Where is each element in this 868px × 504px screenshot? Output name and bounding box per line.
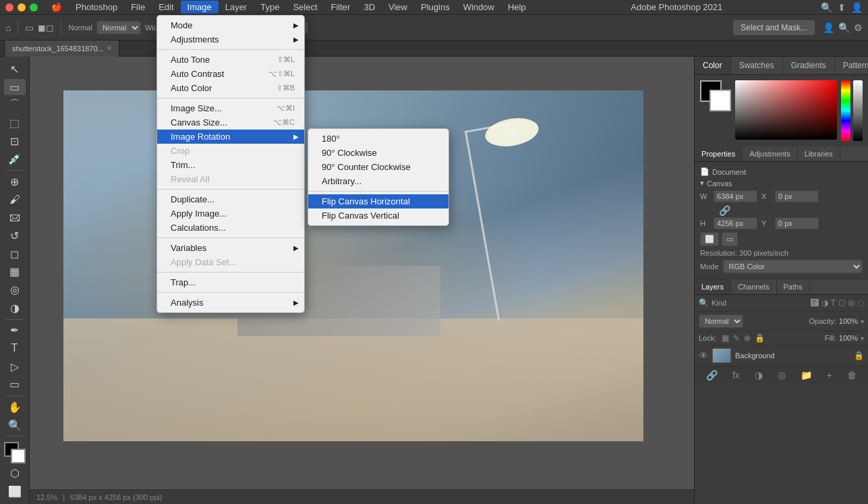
add-group-icon[interactable]: 📁 [801, 370, 812, 381]
canvas-label[interactable]: ▾ Canvas [700, 179, 863, 188]
home-icon[interactable]: ⌂ [5, 22, 11, 33]
background-color[interactable] [11, 449, 26, 464]
menu-calculations[interactable]: Calculations... [157, 221, 304, 235]
menu-image-size[interactable]: Image Size... ⌥⌘I [157, 101, 304, 115]
menu-analysis[interactable]: Analysis [157, 296, 304, 310]
dodge-tool[interactable]: ◑ [4, 300, 26, 316]
eraser-tool[interactable]: ◻ [4, 246, 26, 262]
heal-tool[interactable]: ⊕ [4, 173, 26, 190]
fill-arrow[interactable]: ▾ [861, 335, 864, 342]
lock-pos-icon[interactable]: ✎ [733, 333, 740, 343]
add-adjustment-icon[interactable]: ◎ [778, 370, 786, 381]
rotate-90cw[interactable]: 90° Clockwise [308, 146, 449, 160]
document-tab[interactable]: shutterstock_1654831870... ✕ [5, 40, 119, 57]
menu-view[interactable]: View [382, 1, 414, 13]
canvas-landscape-btn[interactable]: ▭ [722, 232, 738, 246]
menu-crop[interactable]: Crop [157, 144, 304, 158]
menu-auto-tone[interactable]: Auto Tone ⇧⌘L [157, 57, 304, 67]
object-select-tool[interactable]: ⬚ [4, 115, 26, 132]
fx-icon[interactable]: fx [732, 370, 740, 381]
color-spectrum[interactable] [735, 80, 837, 140]
menu-duplicate[interactable]: Duplicate... [157, 192, 304, 206]
tab-libraries[interactable]: Libraries [798, 146, 840, 161]
crop-tool[interactable]: ⊡ [4, 133, 26, 150]
hand-tool[interactable]: ✋ [4, 399, 26, 416]
hue-slider[interactable] [841, 80, 850, 141]
lasso-tool[interactable]: ⌒ [4, 96, 26, 113]
filter-toggle[interactable]: ◌ [857, 298, 864, 308]
menu-canvas-size[interactable]: Canvas Size... ⌥⌘C [157, 115, 304, 130]
menu-image[interactable]: Image [181, 1, 219, 13]
fullscreen-button[interactable] [30, 3, 38, 11]
menu-apply-image[interactable]: Apply Image... [157, 206, 304, 221]
menu-photoshop[interactable]: Photoshop [69, 1, 124, 13]
delete-layer-icon[interactable]: 🗑 [847, 370, 857, 381]
menu-auto-contrast[interactable]: Auto Contrast ⌥⇧⌘L [157, 67, 304, 81]
filter-shape-icon[interactable]: ⬡ [838, 298, 845, 308]
tab-paths[interactable]: Paths [777, 279, 810, 294]
minimize-button[interactable] [18, 3, 26, 11]
shape-tool[interactable]: ▭ [4, 376, 26, 393]
eyedropper-tool[interactable]: 💉 [4, 150, 26, 167]
menu-trim[interactable]: Trim... [157, 158, 304, 172]
screen-mode-tool[interactable]: ⬜ [4, 483, 26, 500]
settings-icon[interactable]: ⚙ [854, 22, 863, 33]
add-layer-icon[interactable]: + [827, 370, 832, 381]
flip-vertical[interactable]: Flip Canvas Vertical [308, 208, 449, 223]
user-icon-right[interactable]: 👤 [823, 22, 834, 33]
tab-swatches[interactable]: Swatches [731, 57, 783, 74]
filter-smart-icon[interactable]: ◎ [848, 298, 855, 308]
selection-icon[interactable]: ▭ [25, 22, 34, 33]
tab-close-icon[interactable]: ✕ [107, 45, 112, 52]
rotate-90ccw[interactable]: 90° Counter Clockwise [308, 160, 449, 174]
filter-type-icon[interactable]: T [831, 298, 836, 308]
filter-adj-icon[interactable]: ◑ [821, 298, 828, 308]
menu-filter[interactable]: Filter [324, 1, 357, 13]
selection-tool[interactable]: ▭ [4, 79, 26, 96]
tab-gradients[interactable]: Gradients [783, 57, 835, 74]
visibility-icon[interactable]: 👁 [699, 350, 708, 361]
move-tool[interactable]: ↖ [4, 61, 26, 78]
share-icon[interactable]: ⬆ [838, 2, 846, 13]
canvas-y-input[interactable] [775, 217, 819, 229]
canvas-portrait-btn[interactable]: ⬜ [700, 232, 719, 246]
canvas-x-input[interactable] [775, 190, 819, 202]
menu-3d[interactable]: 3D [357, 1, 382, 13]
menu-type[interactable]: Type [254, 1, 286, 13]
flip-horizontal[interactable]: Flip Canvas Horizontal [308, 194, 449, 208]
menu-window[interactable]: Window [457, 1, 501, 13]
layer-background[interactable]: 👁 Background 🔒 [695, 345, 868, 366]
rotate-arbitrary[interactable]: Arbitrary... [308, 174, 449, 188]
type-tool[interactable]: T [4, 340, 26, 357]
pen-tool[interactable]: ✒ [4, 322, 26, 339]
alpha-slider[interactable] [853, 80, 863, 141]
menu-apple[interactable]: 🍎 [45, 1, 69, 13]
blend-mode-select[interactable]: Normal [699, 314, 743, 328]
canvas-width-input[interactable] [714, 190, 757, 202]
menu-file[interactable]: File [124, 1, 152, 13]
menu-select[interactable]: Select [286, 1, 324, 13]
clone-tool[interactable]: 🖂 [4, 209, 26, 226]
tab-layers[interactable]: Layers [695, 279, 731, 294]
user-icon[interactable]: 👤 [851, 2, 863, 13]
brush-tool[interactable]: 🖌 [4, 192, 26, 208]
mode-select[interactable]: RGB Color [723, 260, 863, 273]
gradient-tool[interactable]: ▦ [4, 263, 26, 280]
menu-image-rotation[interactable]: Image Rotation [157, 130, 304, 144]
mode-select[interactable]: Normal [96, 21, 141, 34]
filter-px-icon[interactable]: 🅿 [811, 298, 819, 308]
blur-tool[interactable]: ◎ [4, 281, 26, 298]
rotate-180[interactable]: 180° [308, 132, 449, 146]
quick-mask-tool[interactable]: ⬡ [4, 465, 26, 482]
search-icon-right[interactable]: 🔍 [838, 22, 850, 33]
history-brush-tool[interactable]: ↺ [4, 227, 26, 244]
tab-adjustments[interactable]: Adjustments [743, 146, 798, 161]
menu-plugins[interactable]: Plugins [414, 1, 457, 13]
menu-auto-color[interactable]: Auto Color ⇧⌘B [157, 81, 304, 95]
lock-art-icon[interactable]: ⊕ [744, 333, 751, 343]
select-mask-button[interactable]: Select and Mask... [733, 20, 815, 35]
document-label[interactable]: 📄 Document [700, 167, 863, 176]
search-icon[interactable]: 🔍 [821, 2, 832, 13]
tab-properties[interactable]: Properties [695, 146, 743, 161]
lock-all-icon[interactable]: 🔒 [755, 333, 765, 343]
